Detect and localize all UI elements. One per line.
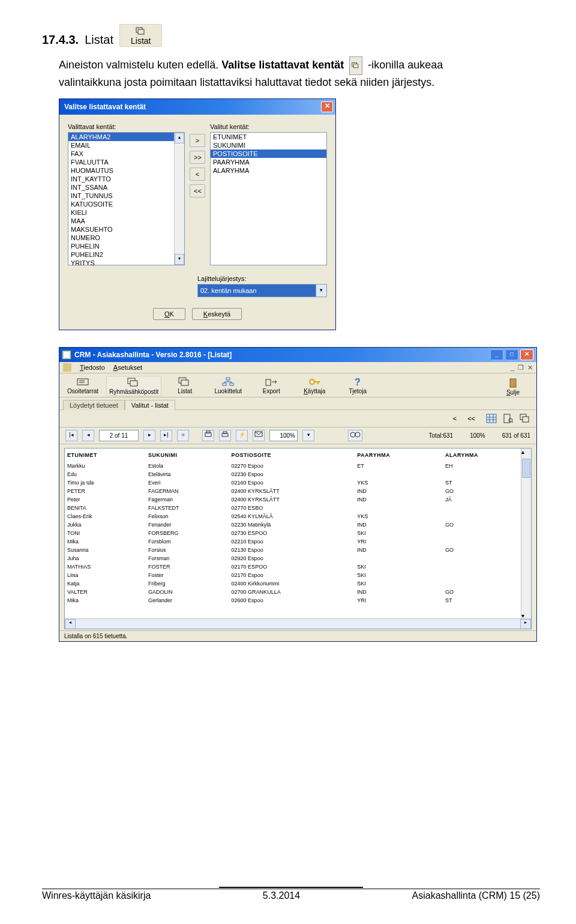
mdi-minimize-icon[interactable]: _ [511,364,514,372]
list-item[interactable]: POSTIOSOITE [211,149,326,158]
list-item[interactable]: MAA [68,217,184,225]
prev-icon[interactable]: < [453,415,457,422]
table-row[interactable]: BENITAFALKSTEDT02770 ESBO [65,504,531,512]
list-item[interactable]: KIELI [68,208,184,217]
list-item[interactable]: ETUNIMET [211,133,326,141]
list-item[interactable]: SUKUNIMI [211,141,326,149]
sort-value[interactable] [198,285,316,297]
scroll-up-icon[interactable]: ▴ [521,448,531,455]
inline-stack-icon [349,56,362,75]
toolbar-sulje[interactable]: Sulje [493,377,533,396]
list-item[interactable]: FVALUUTTA [68,158,184,166]
page-indicator[interactable] [99,430,139,441]
vertical-scrollbar[interactable]: ▴ ▾ [521,448,531,619]
table-row[interactable]: VALTERGADOLIN02700 GRANKULLAINDGO [65,588,531,596]
refresh-icon[interactable]: ⚡ [236,430,248,441]
menu-settings[interactable]: Asetukset [113,364,142,371]
envelope-icon[interactable] [253,430,265,441]
stack-icon[interactable] [520,414,530,423]
toolbar-listat[interactable]: Listat [165,376,205,396]
tab-found[interactable]: Löydetyt tietueet [63,400,125,410]
add-button[interactable]: > [190,134,205,147]
available-fields-listbox[interactable]: ▴ ▾ ALARYHMA2EMAILFAXFVALUUTTAHUOMAUTUSI… [68,132,185,265]
remove-button[interactable]: < [190,168,205,181]
scroll-thumb[interactable] [522,459,530,478]
sort-label: Lajittelujärjestys: [197,275,327,282]
chevron-down-icon[interactable]: ▾ [316,285,326,297]
list-item[interactable]: INT_TUNNUS [68,192,184,200]
table-row[interactable]: MikaForsblom02210 EspooYRI [65,537,531,546]
toolbar-ryhmasahkopostit[interactable]: Ryhmäsähköpostit [106,376,161,396]
toolbar-tietoja[interactable]: ? Tietoja [338,376,377,396]
scroll-right-icon[interactable]: ▸ [520,619,531,629]
table-row[interactable]: Claes-ErikFelixson02540 KYLMÄLÄYKS [65,512,531,521]
toolbar-kayttaja[interactable]: Käyttaja [295,376,334,396]
list-item[interactable]: INT_SSANA [68,183,184,192]
table-row[interactable]: EduEtelävirta02230 Espoo [65,470,531,479]
horizontal-scrollbar[interactable]: ◂ ▸ [65,618,531,629]
table-row[interactable]: JukkaFenander02230 MatinkyläINDGO [65,521,531,529]
list-item[interactable]: ALARYHMA2 [68,133,184,141]
zoom-dropdown-icon[interactable]: ▾ [302,430,314,441]
table-row[interactable]: MarkkuEstola02270 EspooETEH [65,462,531,470]
zoom-pct: 100% [470,432,485,439]
menu-file[interactable]: Tiedosto [80,364,105,371]
grid-icon[interactable] [486,414,497,423]
scroll-down-icon[interactable]: ▾ [175,254,184,265]
table-row[interactable]: LiisaFoster02170 EspooSKI [65,571,531,579]
nav-last-icon[interactable]: ▸| [160,430,172,441]
table-row[interactable]: TONIFORSBERG02730 ESPOOSKI [65,529,531,537]
page-search-icon[interactable] [503,414,514,423]
nav-first-icon[interactable]: |◂ [65,430,77,441]
table-row[interactable]: PETERFAGERMAN02400 KYRKSLÄTTINDGO [65,487,531,495]
add-all-button[interactable]: >> [190,151,205,164]
toolbar-osoitetarrat[interactable]: Osoitetarrat [63,376,103,396]
binoculars-icon[interactable] [348,430,362,441]
table-row[interactable]: MATHIASFOSTER02170 ESPOOSKI [65,563,531,571]
ok-button[interactable]: OK [153,308,185,320]
door-icon [506,378,520,388]
toolbar-export[interactable]: Export [251,376,291,396]
nav-next-icon[interactable]: ▸ [143,430,155,441]
list-item[interactable]: MAKSUEHTO [68,225,184,234]
print-icon[interactable] [202,430,214,441]
page-footer: Winres-käyttäjän käsikirja 5.3.2014 Asia… [42,889,540,901]
stack-icon [136,27,146,35]
toolbar-luokittelut[interactable]: Luokittelut [208,376,248,396]
list-item[interactable]: EMAIL [68,141,184,149]
zoom-input[interactable] [269,430,298,441]
tab-selected-lists[interactable]: Valitut - listat [125,400,175,410]
close-icon[interactable]: ✕ [321,101,333,112]
table-row[interactable]: Timo ja IdaEveri02160 EspooYKSST [65,479,531,487]
list-item[interactable]: ALARYHMA [211,166,326,175]
nav-prev-icon[interactable]: ◂ [82,430,94,441]
table-row[interactable]: KatjaFriberg02400 KirkkonummiSKI [65,579,531,588]
table-row[interactable]: JuhaForsman02920 Espoo [65,554,531,563]
scroll-left-icon[interactable]: ◂ [65,619,76,629]
close-icon[interactable]: ✕ [520,349,533,360]
cancel-button[interactable]: Keskeytä [192,308,242,320]
table-row[interactable]: SusannaForsius02130 EspooINDGO [65,546,531,554]
list-item[interactable]: NUMERO [68,234,184,242]
list-item[interactable]: PAARYHMA [211,158,326,166]
list-item[interactable]: HUOMAUTUS [68,166,184,175]
mdi-close-icon[interactable]: ✕ [527,364,533,372]
list-item[interactable]: PUHELIN2 [68,250,184,259]
prev-all-icon[interactable]: << [467,415,475,422]
printer-icon[interactable] [219,430,231,441]
scroll-up-icon[interactable]: ▴ [175,133,184,143]
scrollbar[interactable]: ▴ ▾ [174,133,184,265]
list-item[interactable]: INT_KAYTTO [68,175,184,183]
list-item[interactable]: KATUOSOITE [68,200,184,208]
table-row[interactable]: PeterFagerman02400 KYRKSLÄTTINDJÄ [65,495,531,504]
maximize-icon[interactable]: □ [505,349,518,360]
sort-combobox[interactable]: ▾ [197,284,327,297]
list-item[interactable]: FAX [68,149,184,158]
selected-fields-listbox[interactable]: ETUNIMETSUKUNIMIPOSTIOSOITEPAARYHMAALARY… [210,132,327,265]
list-item[interactable]: YRITYS [68,259,184,267]
list-item[interactable]: PUHELIN [68,242,184,250]
mdi-restore-icon[interactable]: ❐ [518,364,524,372]
remove-all-button[interactable]: << [190,184,205,198]
minimize-icon[interactable]: _ [490,349,503,360]
table-row[interactable]: MikaGerlander02600 EspooYRIST [65,596,531,605]
